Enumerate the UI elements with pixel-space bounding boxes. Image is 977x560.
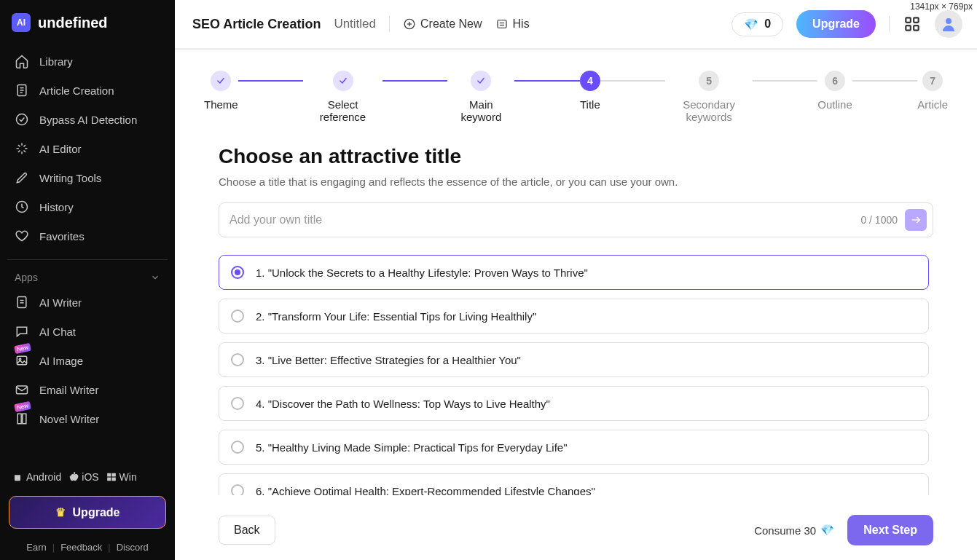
svg-rect-27 bbox=[914, 25, 919, 30]
app-label: Email Writer bbox=[39, 384, 98, 396]
logo-icon: AI bbox=[12, 13, 31, 32]
next-step-button[interactable]: Next Step bbox=[847, 515, 933, 545]
nav-label: Favorites bbox=[39, 230, 85, 242]
submit-title-button[interactable] bbox=[905, 209, 927, 231]
title-option[interactable]: 1. "Unlock the Secrets to a Healthy Life… bbox=[219, 255, 929, 290]
nav-bypass-ai[interactable]: Bypass AI Detection bbox=[7, 105, 168, 134]
dimension-label: 977px × 560px bbox=[910, 1, 973, 12]
writer-icon bbox=[15, 295, 29, 309]
svg-rect-24 bbox=[906, 17, 911, 22]
nav-label: Writing Tools bbox=[39, 172, 101, 184]
step-label: Outline bbox=[817, 98, 852, 111]
platform-row: Android iOS Win bbox=[0, 464, 175, 490]
create-new-label: Create New bbox=[420, 17, 482, 31]
stepper: ThemeSelect referenceMain keyword4Title5… bbox=[175, 50, 977, 130]
option-text: 3. "Live Better: Effective Strategies fo… bbox=[256, 354, 521, 366]
radio-icon bbox=[231, 266, 244, 279]
step-4[interactable]: 4Title bbox=[580, 71, 600, 111]
svg-rect-11 bbox=[17, 386, 28, 394]
topbar: SEO Article Creation Untitled Create New… bbox=[175, 0, 977, 50]
title-option[interactable]: 5. "Healthy Living Made Simple: Practica… bbox=[219, 430, 929, 465]
nav-history[interactable]: History bbox=[7, 192, 168, 221]
back-button[interactable]: Back bbox=[219, 516, 275, 545]
step-2[interactable]: Select reference bbox=[303, 71, 382, 123]
nav-favorites[interactable]: Favorites bbox=[7, 221, 168, 251]
upgrade-button[interactable]: Upgrade bbox=[796, 10, 876, 38]
app-ai-chat[interactable]: AI Chat bbox=[7, 317, 168, 346]
svg-rect-26 bbox=[906, 25, 911, 30]
app-label: Novel Writer bbox=[39, 413, 99, 425]
app-novel-writer[interactable]: New Novel Writer bbox=[7, 404, 168, 433]
consume-text: Consume 30 bbox=[754, 524, 816, 537]
svg-rect-14 bbox=[107, 473, 111, 477]
step-connector bbox=[753, 80, 818, 82]
apps-header[interactable]: Apps bbox=[0, 266, 175, 288]
app-ai-image[interactable]: New AI Image bbox=[7, 346, 168, 375]
title-option[interactable]: 6. "Achieve Optimal Health: Expert-Recom… bbox=[219, 473, 929, 495]
step-7: 7Article bbox=[917, 71, 948, 111]
title-option[interactable]: 4. "Discover the Path to Wellness: Top W… bbox=[219, 386, 929, 421]
nav-library[interactable]: Library bbox=[7, 47, 168, 76]
step-circle bbox=[211, 71, 231, 91]
svg-point-13 bbox=[18, 476, 19, 477]
option-text: 5. "Healthy Living Made Simple: Practica… bbox=[256, 441, 568, 454]
page-title: SEO Article Creation bbox=[192, 17, 321, 32]
app-email-writer[interactable]: Email Writer bbox=[7, 375, 168, 404]
platform-ios[interactable]: iOS bbox=[68, 471, 98, 483]
credits-pill[interactable]: 💎 0 bbox=[731, 12, 783, 36]
footer-feedback[interactable]: Feedback bbox=[60, 542, 102, 553]
option-text: 4. "Discover the Path to Wellness: Top W… bbox=[256, 398, 550, 410]
brand[interactable]: AI undefined bbox=[0, 0, 175, 47]
heading: Choose an attractive title bbox=[219, 145, 933, 168]
mail-icon bbox=[15, 382, 29, 397]
step-circle: 4 bbox=[580, 71, 600, 91]
svg-rect-9 bbox=[17, 356, 26, 365]
pen-icon bbox=[15, 170, 29, 185]
option-text: 6. "Achieve Optimal Health: Expert-Recom… bbox=[256, 485, 595, 496]
title-input-row: 0 / 1000 bbox=[219, 202, 933, 237]
title-input[interactable] bbox=[229, 213, 860, 226]
step-connector bbox=[514, 80, 580, 82]
clock-icon bbox=[15, 200, 29, 214]
footer-discord[interactable]: Discord bbox=[117, 542, 149, 553]
doc-name[interactable]: Untitled bbox=[334, 17, 376, 31]
platform-label: iOS bbox=[82, 471, 98, 483]
char-count: 0 / 1000 bbox=[860, 214, 898, 226]
step-circle: 5 bbox=[699, 71, 719, 91]
platform-win[interactable]: Win bbox=[106, 471, 137, 483]
nav-main: Library Article Creation Bypass AI Detec… bbox=[0, 47, 175, 251]
nav-label: History bbox=[39, 201, 74, 213]
sidebar-upgrade-button[interactable]: ♛ Upgrade bbox=[9, 496, 166, 529]
create-new-button[interactable]: Create New bbox=[403, 17, 482, 31]
radio-icon bbox=[231, 353, 244, 366]
nav-writing-tools[interactable]: Writing Tools bbox=[7, 163, 168, 192]
option-text: 1. "Unlock the Secrets to a Healthy Life… bbox=[256, 267, 588, 279]
apps-grid-icon[interactable] bbox=[903, 15, 922, 33]
nav-ai-editor[interactable]: AI Editor bbox=[7, 134, 168, 163]
app-ai-writer[interactable]: AI Writer bbox=[7, 288, 168, 317]
avatar[interactable] bbox=[935, 10, 962, 38]
step-label: Main keyword bbox=[447, 98, 514, 123]
footer-earn[interactable]: Earn bbox=[26, 542, 46, 553]
title-option[interactable]: 3. "Live Better: Effective Strategies fo… bbox=[219, 342, 929, 377]
nav-article-creation[interactable]: Article Creation bbox=[7, 76, 168, 105]
step-circle bbox=[333, 71, 353, 91]
step-label: Theme bbox=[204, 98, 238, 111]
sidebar: AI undefined Library Article Creation By… bbox=[0, 0, 175, 560]
history-button[interactable]: His bbox=[495, 17, 530, 31]
radio-icon bbox=[231, 441, 244, 454]
title-option[interactable]: 2. "Transform Your Life: Essential Tips … bbox=[219, 299, 929, 334]
step-1[interactable]: Theme bbox=[204, 71, 238, 111]
radio-icon bbox=[231, 309, 244, 323]
step-3[interactable]: Main keyword bbox=[447, 71, 514, 123]
subheading: Choose a title that is engaging and refl… bbox=[219, 176, 933, 188]
apps-header-label: Apps bbox=[15, 272, 38, 283]
history-label: His bbox=[513, 17, 530, 31]
svg-rect-17 bbox=[111, 478, 115, 481]
platform-android[interactable]: Android bbox=[12, 471, 61, 483]
svg-point-12 bbox=[15, 476, 16, 477]
document-icon bbox=[15, 83, 29, 98]
user-icon bbox=[940, 15, 957, 33]
step-label: Select reference bbox=[303, 98, 382, 123]
nav-label: Article Creation bbox=[39, 84, 114, 97]
